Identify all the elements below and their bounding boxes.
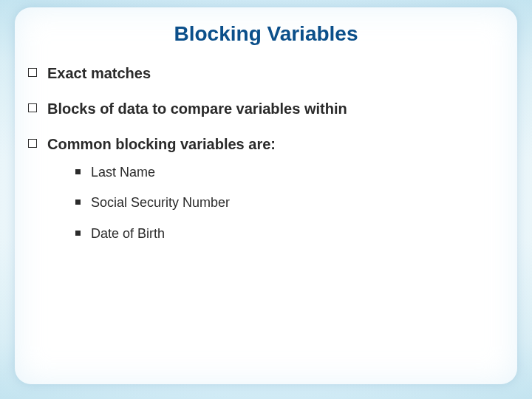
list-item: Exact matches bbox=[28, 64, 510, 83]
list-item: Date of Birth bbox=[75, 225, 230, 242]
list-item: Social Security Number bbox=[75, 194, 230, 211]
slide: Blocking Variables Exact matches Blocks … bbox=[0, 0, 532, 399]
sub-bullet-text: Social Security Number bbox=[91, 194, 230, 211]
filled-square-bullet-icon bbox=[75, 169, 81, 174]
bullet-text: Exact matches bbox=[47, 64, 151, 83]
slide-title: Blocking Variables bbox=[22, 22, 510, 46]
bullet-text: Common blocking variables are: bbox=[47, 134, 276, 154]
list-item: Blocks of data to compare variables with… bbox=[28, 99, 510, 118]
list-item: Last Name bbox=[75, 164, 230, 181]
slide-panel: Blocking Variables Exact matches Blocks … bbox=[15, 7, 517, 384]
hollow-square-bullet-icon bbox=[28, 103, 37, 112]
sub-bullet-list: Last Name Social Security Number Date of… bbox=[75, 164, 230, 256]
hollow-square-bullet-icon bbox=[28, 139, 37, 148]
filled-square-bullet-icon bbox=[75, 200, 81, 205]
list-item: Common blocking variables are: Last Name… bbox=[28, 134, 510, 256]
filled-square-bullet-icon bbox=[75, 231, 81, 236]
hollow-square-bullet-icon bbox=[28, 68, 37, 77]
sub-bullet-text: Date of Birth bbox=[91, 225, 165, 242]
bullet-list: Exact matches Blocks of data to compare … bbox=[28, 64, 510, 256]
sub-bullet-text: Last Name bbox=[91, 164, 155, 181]
bullet-text: Blocks of data to compare variables with… bbox=[47, 99, 347, 118]
